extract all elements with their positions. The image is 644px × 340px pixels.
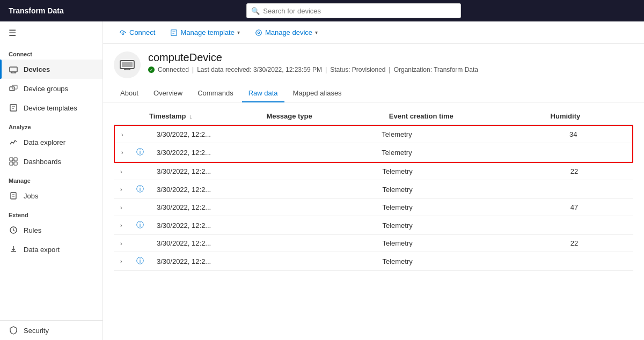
col-timestamp-header[interactable]: Timestamp ↓ xyxy=(143,108,260,125)
row-info-empty xyxy=(130,235,150,252)
row-info-btn[interactable]: ⓘ xyxy=(130,143,150,162)
search-icon: 🔍 xyxy=(251,7,260,15)
tab-about[interactable]: About xyxy=(114,85,145,102)
sidebar-item-security[interactable]: Security xyxy=(0,321,103,340)
devices-icon xyxy=(9,64,18,74)
row-expand-btn[interactable]: › xyxy=(114,199,130,216)
sidebar-item-dashboards[interactable]: Dashboards xyxy=(0,152,103,171)
cell-timestamp: 3/30/2022, 12:2... xyxy=(150,235,376,252)
row-expand-btn[interactable]: › xyxy=(114,252,130,271)
sidebar: ☰ Connect Devices Device groups Device t… xyxy=(0,21,103,340)
device-templates-icon xyxy=(9,103,18,113)
col-event-creation-time-header[interactable]: Event creation time xyxy=(383,108,544,125)
device-meta: Connected | Last data received: 3/30/202… xyxy=(148,66,478,73)
search-bar[interactable]: 🔍 xyxy=(246,3,461,18)
row-info-empty xyxy=(130,163,150,180)
connected-status-dot xyxy=(148,66,155,73)
cell-timestamp: 3/30/2022, 12:2... xyxy=(150,126,376,143)
cell-message-type: Telemetry xyxy=(376,163,521,180)
cell-message-type: Telemetry xyxy=(376,199,521,216)
col-humidity-header[interactable]: Humidity xyxy=(544,108,633,125)
topbar: Transform Data 🔍 xyxy=(0,0,644,21)
toolbar: Connect Manage template ▾ Manage device … xyxy=(103,21,644,44)
cell-event-time xyxy=(520,143,563,162)
manage-device-icon xyxy=(255,29,262,36)
sidebar-item-label-jobs: Jobs xyxy=(24,192,38,200)
table-row: › ⓘ 3/30/2022, 12:2... Telemetry xyxy=(114,216,633,235)
cell-timestamp: 3/30/2022, 12:2... xyxy=(150,252,376,271)
app-title: Transform Data xyxy=(9,6,64,15)
manage-device-button[interactable]: Manage device ▾ xyxy=(250,26,323,39)
sidebar-item-device-templates[interactable]: Device templates xyxy=(0,98,103,117)
sidebar-item-data-export[interactable]: Data export xyxy=(0,240,103,259)
svg-rect-3 xyxy=(10,105,17,111)
hamburger-button[interactable]: ☰ xyxy=(0,21,103,45)
device-groups-icon xyxy=(9,84,18,93)
row-info-btn[interactable]: ⓘ xyxy=(130,252,150,271)
tab-overview[interactable]: Overview xyxy=(147,85,189,102)
row-info-btn[interactable]: ⓘ xyxy=(130,180,150,199)
row-expand-btn[interactable]: › xyxy=(115,126,130,143)
content-area: Connect Manage template ▾ Manage device … xyxy=(103,21,644,340)
row-info-btn xyxy=(130,126,150,143)
cell-message-type: Telemetry xyxy=(376,216,521,235)
sidebar-item-jobs[interactable]: Jobs xyxy=(0,186,103,205)
device-org: Organization: Transform Data xyxy=(394,66,478,73)
cell-timestamp: 3/30/2022, 12:2... xyxy=(150,180,376,199)
svg-point-10 xyxy=(122,33,124,35)
row-expand-btn[interactable]: › xyxy=(115,143,130,162)
table-header-row: Timestamp ↓ Message type Event creation … xyxy=(114,108,633,125)
col-message-type-header[interactable]: Message type xyxy=(260,108,382,125)
search-input[interactable] xyxy=(263,7,456,15)
row-expand-btn[interactable]: › xyxy=(114,235,130,252)
cell-event-time xyxy=(521,216,564,235)
device-name: computeDevice xyxy=(148,51,478,64)
manage-device-chevron: ▾ xyxy=(315,29,318,35)
sidebar-item-label-security: Security xyxy=(24,327,49,335)
sidebar-section-connect: Connect xyxy=(0,45,103,60)
cell-humidity: 22 xyxy=(564,163,633,180)
data-export-icon xyxy=(9,245,18,254)
svg-rect-15 xyxy=(122,62,133,67)
cell-humidity: 34 xyxy=(563,126,632,143)
sidebar-item-rules[interactable]: Rules xyxy=(0,220,103,240)
table-row: › 3/30/2022, 12:2... Telemetry 47 xyxy=(114,199,633,216)
table-area: Timestamp ↓ Message type Event creation … xyxy=(103,102,644,340)
cell-message-type: Telemetry xyxy=(375,143,519,162)
svg-point-13 xyxy=(258,32,260,34)
manage-template-button[interactable]: Manage template ▾ xyxy=(165,26,245,39)
highlighted-rows-box: › 3/30/2022, 12:2... Telemetry 34 › ⓘ 3/… xyxy=(114,125,633,163)
device-last-data: Last data received: 3/30/2022, 12:23:59 … xyxy=(197,66,322,73)
sidebar-item-label-data-export: Data export xyxy=(24,246,60,254)
raw-data-table: Timestamp ↓ Message type Event creation … xyxy=(114,108,633,125)
tab-raw-data[interactable]: Raw data xyxy=(242,85,284,102)
cell-message-type: Telemetry xyxy=(376,235,521,252)
main-data-table: › 3/30/2022, 12:2... Telemetry 22 › ⓘ 3/… xyxy=(114,163,633,271)
sidebar-section-extend: Extend xyxy=(0,205,103,220)
svg-point-12 xyxy=(256,29,262,35)
sidebar-item-devices[interactable]: Devices xyxy=(0,60,103,79)
row-expand-btn[interactable]: › xyxy=(114,163,130,180)
sidebar-item-label-data-explorer: Data explorer xyxy=(24,138,65,146)
row-expand-btn[interactable]: › xyxy=(114,180,130,199)
table-row: › ⓘ 3/30/2022, 12:2... Telemetry xyxy=(115,143,632,162)
row-expand-btn[interactable]: › xyxy=(114,216,130,235)
security-icon xyxy=(9,326,18,335)
svg-rect-8 xyxy=(11,193,16,199)
cell-timestamp: 3/30/2022, 12:2... xyxy=(150,199,376,216)
sidebar-section-manage: Manage xyxy=(0,171,103,186)
table-row: › 3/30/2022, 12:2... Telemetry 22 xyxy=(114,235,633,252)
table-row: › ⓘ 3/30/2022, 12:2... Telemetry xyxy=(114,252,633,271)
main-layout: ☰ Connect Devices Device groups Device t… xyxy=(0,21,644,340)
row-info-btn[interactable]: ⓘ xyxy=(130,216,150,235)
cell-event-time xyxy=(520,126,563,143)
connect-button[interactable]: Connect xyxy=(114,26,160,39)
cell-humidity xyxy=(563,143,632,162)
tab-commands[interactable]: Commands xyxy=(191,85,239,102)
cell-message-type: Telemetry xyxy=(376,252,521,271)
rules-icon xyxy=(9,225,18,235)
sidebar-item-data-explorer[interactable]: Data explorer xyxy=(0,132,103,152)
cell-humidity xyxy=(564,252,633,271)
tab-mapped-aliases[interactable]: Mapped aliases xyxy=(287,85,348,102)
sidebar-item-device-groups[interactable]: Device groups xyxy=(0,79,103,98)
